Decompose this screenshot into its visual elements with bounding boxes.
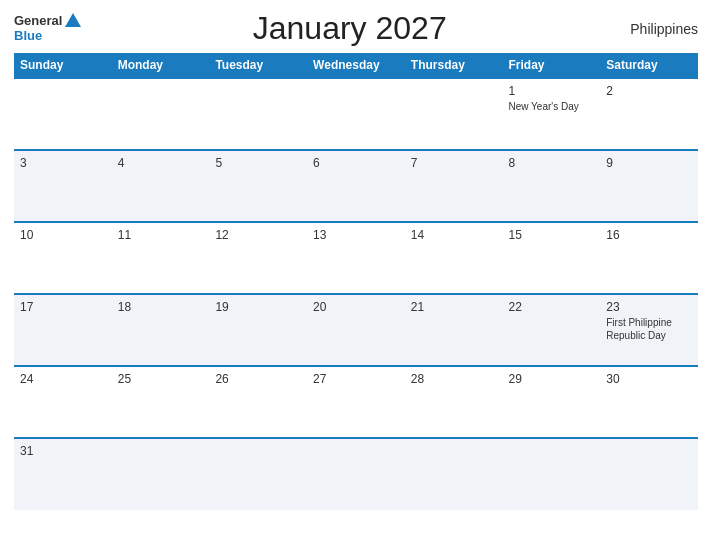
day-number: 26 bbox=[215, 372, 301, 386]
day-number: 14 bbox=[411, 228, 497, 242]
logo-general: General bbox=[14, 14, 62, 28]
day-number: 9 bbox=[606, 156, 692, 170]
logo-blue: Blue bbox=[14, 29, 81, 43]
calendar-week-row: 17181920212223First Philippine Republic … bbox=[14, 294, 698, 366]
calendar-week-row: 3456789 bbox=[14, 150, 698, 222]
day-number: 13 bbox=[313, 228, 399, 242]
country-label: Philippines bbox=[618, 21, 698, 37]
day-headers-row: Sunday Monday Tuesday Wednesday Thursday… bbox=[14, 53, 698, 78]
calendar-week-row: 10111213141516 bbox=[14, 222, 698, 294]
calendar-cell: 1New Year's Day bbox=[503, 78, 601, 150]
logo-top-row: General bbox=[14, 13, 81, 29]
day-number: 4 bbox=[118, 156, 204, 170]
calendar-cell: 12 bbox=[209, 222, 307, 294]
day-number: 16 bbox=[606, 228, 692, 242]
header-friday: Friday bbox=[503, 53, 601, 78]
logo: General Blue bbox=[14, 13, 81, 43]
day-number: 25 bbox=[118, 372, 204, 386]
day-number: 15 bbox=[509, 228, 595, 242]
calendar-cell: 23First Philippine Republic Day bbox=[600, 294, 698, 366]
calendar-cell: 2 bbox=[600, 78, 698, 150]
calendar-cell: 6 bbox=[307, 150, 405, 222]
day-number: 30 bbox=[606, 372, 692, 386]
day-number: 28 bbox=[411, 372, 497, 386]
calendar-week-row: 31 bbox=[14, 438, 698, 510]
day-number: 10 bbox=[20, 228, 106, 242]
calendar-cell bbox=[209, 438, 307, 510]
header-wednesday: Wednesday bbox=[307, 53, 405, 78]
day-number: 8 bbox=[509, 156, 595, 170]
calendar-cell: 7 bbox=[405, 150, 503, 222]
calendar-cell: 30 bbox=[600, 366, 698, 438]
calendar-cell: 4 bbox=[112, 150, 210, 222]
holiday-name: First Philippine Republic Day bbox=[606, 317, 672, 341]
calendar-cell: 27 bbox=[307, 366, 405, 438]
day-number: 27 bbox=[313, 372, 399, 386]
calendar-cell bbox=[405, 78, 503, 150]
calendar-cell: 24 bbox=[14, 366, 112, 438]
calendar-cell: 20 bbox=[307, 294, 405, 366]
calendar-cell: 31 bbox=[14, 438, 112, 510]
calendar-cell: 28 bbox=[405, 366, 503, 438]
day-number: 24 bbox=[20, 372, 106, 386]
calendar-cell: 18 bbox=[112, 294, 210, 366]
day-number: 7 bbox=[411, 156, 497, 170]
calendar-cell bbox=[600, 438, 698, 510]
day-number: 19 bbox=[215, 300, 301, 314]
logo-wrapper: General Blue bbox=[14, 13, 81, 43]
calendar-cell: 29 bbox=[503, 366, 601, 438]
calendar-week-row: 1New Year's Day2 bbox=[14, 78, 698, 150]
calendar-page: General Blue January 2027 Philippines Su… bbox=[0, 0, 712, 550]
calendar-cell: 5 bbox=[209, 150, 307, 222]
day-number: 11 bbox=[118, 228, 204, 242]
calendar-cell: 25 bbox=[112, 366, 210, 438]
day-number: 12 bbox=[215, 228, 301, 242]
calendar-cell: 13 bbox=[307, 222, 405, 294]
calendar-cell: 16 bbox=[600, 222, 698, 294]
calendar-cell bbox=[112, 438, 210, 510]
header-saturday: Saturday bbox=[600, 53, 698, 78]
calendar-cell bbox=[307, 78, 405, 150]
day-number: 23 bbox=[606, 300, 692, 314]
calendar-cell bbox=[503, 438, 601, 510]
calendar-cell: 19 bbox=[209, 294, 307, 366]
header-thursday: Thursday bbox=[405, 53, 503, 78]
day-number: 6 bbox=[313, 156, 399, 170]
calendar-cell bbox=[307, 438, 405, 510]
day-number: 29 bbox=[509, 372, 595, 386]
calendar-table: Sunday Monday Tuesday Wednesday Thursday… bbox=[14, 53, 698, 510]
calendar-cell bbox=[405, 438, 503, 510]
header-monday: Monday bbox=[112, 53, 210, 78]
calendar-cell: 14 bbox=[405, 222, 503, 294]
day-number: 21 bbox=[411, 300, 497, 314]
holiday-name: New Year's Day bbox=[509, 101, 579, 112]
calendar-title: January 2027 bbox=[81, 10, 618, 47]
day-number: 18 bbox=[118, 300, 204, 314]
header-tuesday: Tuesday bbox=[209, 53, 307, 78]
calendar-cell bbox=[209, 78, 307, 150]
calendar-cell: 21 bbox=[405, 294, 503, 366]
calendar-cell: 10 bbox=[14, 222, 112, 294]
calendar-cell: 9 bbox=[600, 150, 698, 222]
calendar-cell: 17 bbox=[14, 294, 112, 366]
day-number: 31 bbox=[20, 444, 106, 458]
calendar-cell: 22 bbox=[503, 294, 601, 366]
calendar-cell: 15 bbox=[503, 222, 601, 294]
calendar-cell: 3 bbox=[14, 150, 112, 222]
calendar-week-row: 24252627282930 bbox=[14, 366, 698, 438]
calendar-cell: 8 bbox=[503, 150, 601, 222]
day-number: 17 bbox=[20, 300, 106, 314]
day-number: 5 bbox=[215, 156, 301, 170]
day-number: 22 bbox=[509, 300, 595, 314]
calendar-cell: 11 bbox=[112, 222, 210, 294]
day-number: 3 bbox=[20, 156, 106, 170]
calendar-cell bbox=[14, 78, 112, 150]
day-number: 2 bbox=[606, 84, 692, 98]
day-number: 1 bbox=[509, 84, 595, 98]
day-number: 20 bbox=[313, 300, 399, 314]
header-sunday: Sunday bbox=[14, 53, 112, 78]
logo-triangle-icon bbox=[65, 13, 81, 27]
calendar-header: General Blue January 2027 Philippines bbox=[14, 10, 698, 47]
calendar-cell: 26 bbox=[209, 366, 307, 438]
calendar-cell bbox=[112, 78, 210, 150]
